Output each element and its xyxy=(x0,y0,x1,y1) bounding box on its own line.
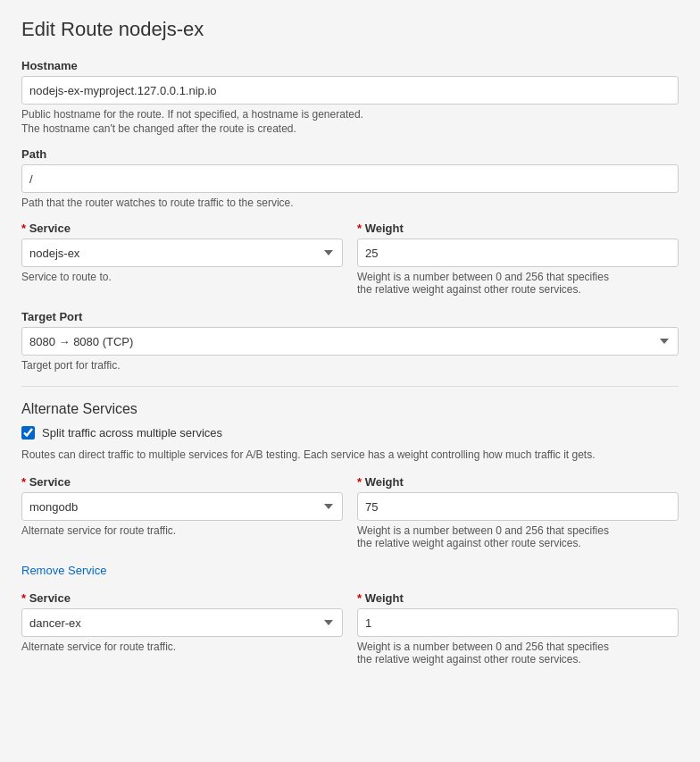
alt-service-2-select[interactable]: nodejs-ex mongodb dancer-ex xyxy=(21,608,343,637)
split-traffic-row: Split traffic across multiple services xyxy=(21,426,679,440)
split-traffic-checkbox[interactable] xyxy=(21,426,35,440)
primary-service-help: Service to route to. xyxy=(21,271,343,283)
page-title: Edit Route nodejs-ex xyxy=(21,18,679,41)
alternate-services-title: Alternate Services xyxy=(21,401,679,417)
target-port-select[interactable]: 8080 → 8080 (TCP) xyxy=(21,327,679,356)
hostname-help1: Public hostname for the route. If not sp… xyxy=(21,108,679,121)
alt-service-2-row: Service nodejs-ex mongodb dancer-ex Alte… xyxy=(21,591,679,666)
section-divider xyxy=(21,386,679,387)
alt-service-2-label: Service xyxy=(21,591,343,605)
alt-weight-2-help: Weight is a number between 0 and 256 tha… xyxy=(357,641,679,666)
hostname-group: Hostname Public hostname for the route. … xyxy=(21,59,679,135)
primary-weight-input[interactable] xyxy=(357,239,679,267)
hostname-label: Hostname xyxy=(21,59,679,72)
alt-weight-1-label: Weight xyxy=(357,475,679,489)
alt-weight-1-col: Weight Weight is a number between 0 and … xyxy=(357,475,679,549)
alt-weight-2-input[interactable] xyxy=(357,608,679,637)
alt-service-2-help: Alternate service for route traffic. xyxy=(21,641,343,653)
primary-service-col: Service nodejs-ex mongodb dancer-ex Serv… xyxy=(21,222,343,296)
primary-weight-help: Weight is a number between 0 and 256 tha… xyxy=(357,271,679,296)
alt-weight-1-help: Weight is a number between 0 and 256 tha… xyxy=(357,524,679,549)
hostname-help2: The hostname can't be changed after the … xyxy=(21,122,679,135)
path-input[interactable] xyxy=(21,164,679,193)
alt-service-1-select[interactable]: nodejs-ex mongodb dancer-ex xyxy=(21,492,343,521)
alternate-services-info: Routes can direct traffic to multiple se… xyxy=(21,447,679,463)
primary-weight-col: Weight Weight is a number between 0 and … xyxy=(357,222,679,296)
target-port-label: Target Port xyxy=(21,310,679,323)
alternate-services-section: Alternate Services Split traffic across … xyxy=(21,401,679,666)
alt-service-2-col: Service nodejs-ex mongodb dancer-ex Alte… xyxy=(21,591,343,666)
primary-service-row: Service nodejs-ex mongodb dancer-ex Serv… xyxy=(21,222,679,296)
path-group: Path Path that the router watches to rou… xyxy=(21,147,679,209)
path-help: Path that the router watches to route tr… xyxy=(21,197,679,209)
target-port-group: Target Port 8080 → 8080 (TCP) Target por… xyxy=(21,310,679,372)
path-label: Path xyxy=(21,147,679,161)
alt-service-1-row: Service nodejs-ex mongodb dancer-ex Alte… xyxy=(21,475,679,549)
primary-service-label: Service xyxy=(21,222,343,235)
alt-service-1-col: Service nodejs-ex mongodb dancer-ex Alte… xyxy=(21,475,343,549)
primary-service-select[interactable]: nodejs-ex mongodb dancer-ex xyxy=(21,239,343,267)
target-port-help: Target port for traffic. xyxy=(21,359,679,372)
split-traffic-label[interactable]: Split traffic across multiple services xyxy=(42,426,222,440)
alt-weight-2-col: Weight Weight is a number between 0 and … xyxy=(357,591,679,666)
alt-weight-1-input[interactable] xyxy=(357,492,679,521)
primary-weight-label: Weight xyxy=(357,222,679,235)
alt-service-1-label: Service xyxy=(21,475,343,489)
remove-service-link[interactable]: Remove Service xyxy=(21,564,106,577)
hostname-input[interactable] xyxy=(21,76,679,105)
alt-weight-2-label: Weight xyxy=(357,591,679,605)
alt-service-1-help: Alternate service for route traffic. xyxy=(21,524,343,537)
